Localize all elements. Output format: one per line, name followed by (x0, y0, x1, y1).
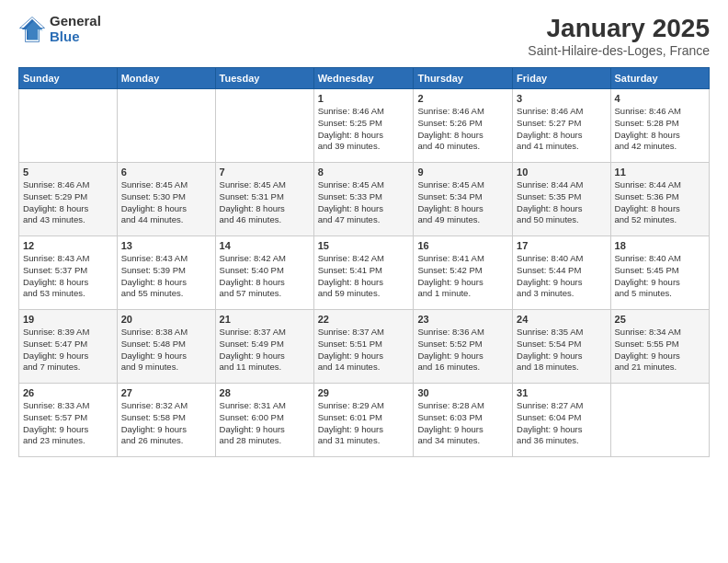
calendar-row-3: 19Sunrise: 8:39 AM Sunset: 5:47 PM Dayli… (19, 310, 710, 384)
day-number: 26 (23, 387, 113, 398)
header: General Blue January 2025 Saint-Hilaire-… (18, 14, 710, 58)
day-info: Sunrise: 8:43 AM Sunset: 5:39 PM Dayligh… (121, 253, 211, 300)
day-info: Sunrise: 8:32 AM Sunset: 5:58 PM Dayligh… (121, 400, 211, 447)
calendar-cell: 20Sunrise: 8:38 AM Sunset: 5:48 PM Dayli… (117, 310, 215, 384)
day-info: Sunrise: 8:45 AM Sunset: 5:31 PM Dayligh… (220, 179, 310, 226)
logo: General Blue (18, 14, 101, 44)
day-number: 16 (417, 240, 508, 251)
day-info: Sunrise: 8:37 AM Sunset: 5:51 PM Dayligh… (318, 327, 410, 373)
day-info: Sunrise: 8:33 AM Sunset: 5:57 PM Dayligh… (23, 400, 113, 447)
calendar-row-4: 26Sunrise: 8:33 AM Sunset: 5:57 PM Dayli… (19, 384, 710, 457)
day-info: Sunrise: 8:45 AM Sunset: 5:34 PM Dayligh… (417, 179, 508, 226)
calendar-cell: 27Sunrise: 8:32 AM Sunset: 5:58 PM Dayli… (117, 384, 215, 457)
day-number: 24 (517, 314, 606, 325)
calendar-cell: 3Sunrise: 8:46 AM Sunset: 5:27 PM Daylig… (513, 89, 610, 163)
calendar-header-monday: Monday (117, 68, 215, 89)
calendar-cell: 15Sunrise: 8:42 AM Sunset: 5:41 PM Dayli… (313, 236, 414, 310)
day-number: 22 (318, 314, 410, 325)
calendar-cell (215, 89, 313, 163)
day-number: 25 (615, 314, 705, 325)
day-info: Sunrise: 8:41 AM Sunset: 5:42 PM Dayligh… (417, 253, 508, 300)
day-info: Sunrise: 8:46 AM Sunset: 5:27 PM Dayligh… (517, 106, 606, 153)
day-number: 12 (23, 240, 113, 251)
day-info: Sunrise: 8:44 AM Sunset: 5:36 PM Dayligh… (615, 179, 705, 226)
day-info: Sunrise: 8:40 AM Sunset: 5:45 PM Dayligh… (615, 253, 705, 300)
day-number: 9 (417, 167, 508, 178)
page: General Blue January 2025 Saint-Hilaire-… (0, 0, 728, 563)
day-info: Sunrise: 8:27 AM Sunset: 6:04 PM Dayligh… (517, 400, 606, 447)
calendar-cell: 11Sunrise: 8:44 AM Sunset: 5:36 PM Dayli… (610, 163, 709, 236)
calendar-cell: 21Sunrise: 8:37 AM Sunset: 5:49 PM Dayli… (215, 310, 313, 384)
day-info: Sunrise: 8:46 AM Sunset: 5:29 PM Dayligh… (23, 179, 113, 226)
calendar-header-tuesday: Tuesday (215, 68, 313, 89)
day-info: Sunrise: 8:46 AM Sunset: 5:28 PM Dayligh… (615, 106, 705, 153)
day-info: Sunrise: 8:39 AM Sunset: 5:47 PM Dayligh… (23, 327, 113, 373)
day-info: Sunrise: 8:37 AM Sunset: 5:49 PM Dayligh… (220, 327, 310, 373)
day-number: 27 (121, 387, 211, 398)
calendar-cell: 12Sunrise: 8:43 AM Sunset: 5:37 PM Dayli… (19, 236, 118, 310)
title-block: January 2025 Saint-Hilaire-des-Loges, Fr… (528, 14, 710, 58)
day-number: 2 (417, 93, 508, 104)
day-number: 10 (517, 167, 606, 178)
day-info: Sunrise: 8:35 AM Sunset: 5:54 PM Dayligh… (517, 327, 606, 373)
day-info: Sunrise: 8:28 AM Sunset: 6:03 PM Dayligh… (417, 400, 508, 447)
day-number: 6 (121, 167, 211, 178)
day-number: 4 (615, 93, 705, 104)
calendar-cell: 25Sunrise: 8:34 AM Sunset: 5:55 PM Dayli… (610, 310, 709, 384)
day-info: Sunrise: 8:40 AM Sunset: 5:44 PM Dayligh… (517, 253, 606, 300)
day-info: Sunrise: 8:46 AM Sunset: 5:26 PM Dayligh… (417, 106, 508, 153)
logo-general-text: General (50, 14, 101, 29)
logo-text: General Blue (50, 14, 101, 44)
calendar-cell (610, 384, 709, 457)
calendar-cell: 30Sunrise: 8:28 AM Sunset: 6:03 PM Dayli… (414, 384, 513, 457)
day-number: 20 (121, 314, 211, 325)
calendar-row-1: 5Sunrise: 8:46 AM Sunset: 5:29 PM Daylig… (19, 163, 710, 236)
day-number: 7 (220, 167, 310, 178)
day-number: 8 (318, 167, 410, 178)
day-info: Sunrise: 8:46 AM Sunset: 5:25 PM Dayligh… (318, 106, 410, 153)
calendar-header-sunday: Sunday (19, 68, 118, 89)
calendar-cell: 31Sunrise: 8:27 AM Sunset: 6:04 PM Dayli… (513, 384, 610, 457)
day-info: Sunrise: 8:45 AM Sunset: 5:30 PM Dayligh… (121, 179, 211, 226)
day-number: 28 (220, 387, 310, 398)
calendar-table: SundayMondayTuesdayWednesdayThursdayFrid… (18, 67, 710, 457)
calendar-cell: 29Sunrise: 8:29 AM Sunset: 6:01 PM Dayli… (313, 384, 414, 457)
day-number: 29 (318, 387, 410, 398)
day-info: Sunrise: 8:34 AM Sunset: 5:55 PM Dayligh… (615, 327, 705, 373)
day-info: Sunrise: 8:42 AM Sunset: 5:40 PM Dayligh… (220, 253, 310, 300)
day-info: Sunrise: 8:38 AM Sunset: 5:48 PM Dayligh… (121, 327, 211, 373)
calendar-header-thursday: Thursday (414, 68, 513, 89)
calendar-cell: 1Sunrise: 8:46 AM Sunset: 5:25 PM Daylig… (313, 89, 414, 163)
calendar-cell: 23Sunrise: 8:36 AM Sunset: 5:52 PM Dayli… (414, 310, 513, 384)
calendar-cell: 5Sunrise: 8:46 AM Sunset: 5:29 PM Daylig… (19, 163, 118, 236)
day-info: Sunrise: 8:43 AM Sunset: 5:37 PM Dayligh… (23, 253, 113, 300)
day-info: Sunrise: 8:42 AM Sunset: 5:41 PM Dayligh… (318, 253, 410, 300)
calendar-cell: 9Sunrise: 8:45 AM Sunset: 5:34 PM Daylig… (414, 163, 513, 236)
day-number: 13 (121, 240, 211, 251)
calendar-cell: 26Sunrise: 8:33 AM Sunset: 5:57 PM Dayli… (19, 384, 118, 457)
calendar-header-friday: Friday (513, 68, 610, 89)
day-number: 18 (615, 240, 705, 251)
logo-blue-text: Blue (50, 29, 101, 45)
day-number: 15 (318, 240, 410, 251)
calendar-header-saturday: Saturday (610, 68, 709, 89)
day-info: Sunrise: 8:29 AM Sunset: 6:01 PM Dayligh… (318, 400, 410, 447)
calendar-cell: 14Sunrise: 8:42 AM Sunset: 5:40 PM Dayli… (215, 236, 313, 310)
calendar-cell: 7Sunrise: 8:45 AM Sunset: 5:31 PM Daylig… (215, 163, 313, 236)
calendar-cell: 13Sunrise: 8:43 AM Sunset: 5:39 PM Dayli… (117, 236, 215, 310)
calendar-cell: 8Sunrise: 8:45 AM Sunset: 5:33 PM Daylig… (313, 163, 414, 236)
day-info: Sunrise: 8:31 AM Sunset: 6:00 PM Dayligh… (220, 400, 310, 447)
calendar-header-row: SundayMondayTuesdayWednesdayThursdayFrid… (19, 68, 710, 89)
calendar-cell (117, 89, 215, 163)
day-number: 1 (318, 93, 410, 104)
calendar-cell: 2Sunrise: 8:46 AM Sunset: 5:26 PM Daylig… (414, 89, 513, 163)
day-info: Sunrise: 8:36 AM Sunset: 5:52 PM Dayligh… (417, 327, 508, 373)
day-number: 30 (417, 387, 508, 398)
calendar-cell: 16Sunrise: 8:41 AM Sunset: 5:42 PM Dayli… (414, 236, 513, 310)
calendar-header-wednesday: Wednesday (313, 68, 414, 89)
day-number: 11 (615, 167, 705, 178)
calendar-cell: 22Sunrise: 8:37 AM Sunset: 5:51 PM Dayli… (313, 310, 414, 384)
day-number: 17 (517, 240, 606, 251)
calendar-cell: 10Sunrise: 8:44 AM Sunset: 5:35 PM Dayli… (513, 163, 610, 236)
calendar-cell: 19Sunrise: 8:39 AM Sunset: 5:47 PM Dayli… (19, 310, 118, 384)
